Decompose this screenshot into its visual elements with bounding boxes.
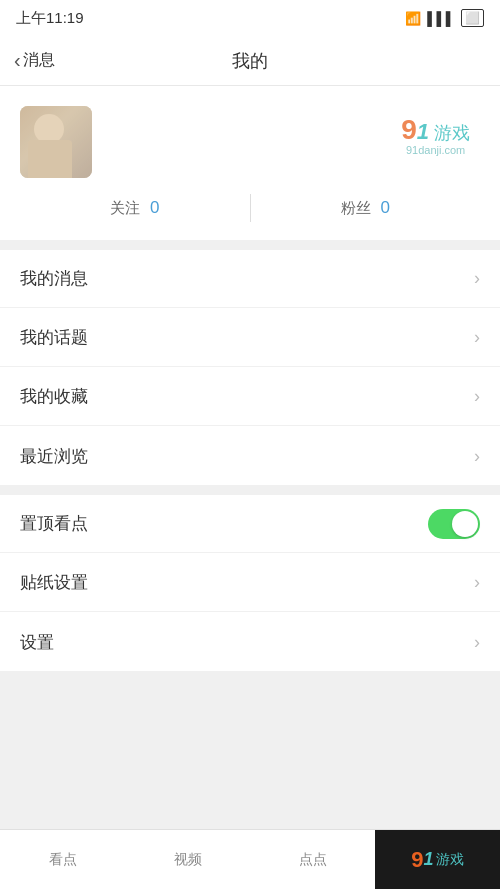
menu-label-pinned: 置顶看点 bbox=[20, 512, 88, 535]
followers-stat[interactable]: 粉丝 0 bbox=[251, 198, 481, 218]
menu-label-messages: 我的消息 bbox=[20, 267, 88, 290]
menu-label-stickers: 贴纸设置 bbox=[20, 571, 88, 594]
menu-item-history[interactable]: 最近浏览 › bbox=[0, 427, 500, 485]
nav-logo: 91游戏 bbox=[375, 830, 500, 889]
menu-section-2: 置顶看点 贴纸设置 › 设置 › bbox=[0, 495, 500, 671]
back-label: 消息 bbox=[23, 50, 55, 71]
menu-item-stickers[interactable]: 贴纸设置 › bbox=[0, 554, 500, 612]
signal-icon: ▌▌▌ bbox=[427, 11, 455, 26]
chevron-icon-settings: › bbox=[474, 632, 480, 653]
nav-label-video: 视频 bbox=[174, 851, 202, 869]
menu-item-topics[interactable]: 我的话题 › bbox=[0, 309, 500, 367]
status-time: 上午11:19 bbox=[16, 9, 84, 28]
pinned-toggle[interactable] bbox=[428, 509, 480, 539]
header: ‹ 消息 我的 bbox=[0, 36, 500, 86]
nav-item-video[interactable]: 视频 bbox=[125, 830, 250, 889]
status-icons: 📶 ▌▌▌ ⬜ bbox=[405, 9, 484, 27]
toggle-knob bbox=[452, 511, 478, 537]
bottom-nav: 看点 视频 点点 91游戏 bbox=[0, 829, 500, 889]
brand-logo: 91 游戏 bbox=[401, 116, 470, 144]
menu-item-messages[interactable]: 我的消息 › bbox=[0, 250, 500, 308]
menu-label-history: 最近浏览 bbox=[20, 445, 88, 468]
back-arrow-icon: ‹ bbox=[14, 49, 21, 72]
following-count: 0 bbox=[150, 198, 159, 218]
back-button[interactable]: ‹ 消息 bbox=[14, 49, 55, 72]
following-label: 关注 bbox=[110, 199, 140, 218]
chevron-icon-history: › bbox=[474, 446, 480, 467]
chevron-icon-messages: › bbox=[474, 268, 480, 289]
menu-item-pinned[interactable]: 置顶看点 bbox=[0, 495, 500, 553]
status-bar: 上午11:19 📶 ▌▌▌ ⬜ bbox=[0, 0, 500, 36]
chevron-icon-stickers: › bbox=[474, 572, 480, 593]
brand-watermark: 91 游戏 91danji.com bbox=[401, 116, 470, 156]
chevron-icon-topics: › bbox=[474, 327, 480, 348]
battery-icon: ⬜ bbox=[461, 9, 484, 27]
menu-label-favorites: 我的收藏 bbox=[20, 385, 88, 408]
menu-label-topics: 我的话题 bbox=[20, 326, 88, 349]
profile-section: 91 游戏 91danji.com 关注 0 粉丝 0 bbox=[0, 86, 500, 240]
followers-count: 0 bbox=[381, 198, 390, 218]
wifi-icon: 📶 bbox=[405, 11, 421, 26]
menu-section-1: 我的消息 › 我的话题 › 我的收藏 › 最近浏览 › bbox=[0, 250, 500, 485]
avatar bbox=[20, 106, 92, 178]
menu-label-settings: 设置 bbox=[20, 631, 54, 654]
nav-label-kandian: 看点 bbox=[49, 851, 77, 869]
nav-label-diandian: 点点 bbox=[299, 851, 327, 869]
menu-item-settings[interactable]: 设置 › bbox=[0, 613, 500, 671]
menu-item-favorites[interactable]: 我的收藏 › bbox=[0, 368, 500, 426]
following-stat[interactable]: 关注 0 bbox=[20, 198, 250, 218]
brand-domain: 91danji.com bbox=[406, 144, 465, 156]
nav-item-diandian[interactable]: 点点 bbox=[250, 830, 375, 889]
stats-row: 关注 0 粉丝 0 bbox=[20, 194, 480, 240]
nav-item-kandian[interactable]: 看点 bbox=[0, 830, 125, 889]
followers-label: 粉丝 bbox=[341, 199, 371, 218]
page-title: 我的 bbox=[232, 49, 268, 73]
chevron-icon-favorites: › bbox=[474, 386, 480, 407]
